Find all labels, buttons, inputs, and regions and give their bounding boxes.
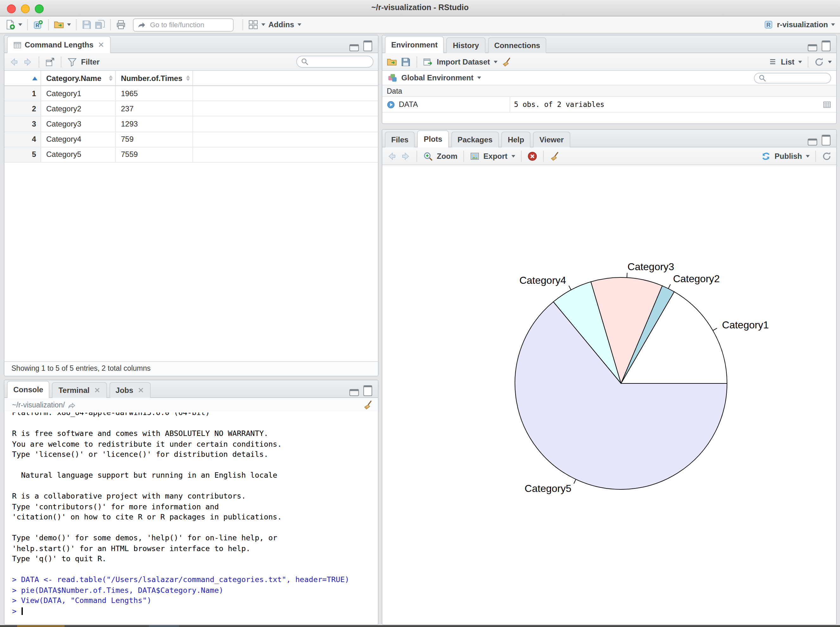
project-menu[interactable]: R r-visualization xyxy=(764,20,835,30)
save-icon[interactable] xyxy=(82,20,92,30)
tab-plots[interactable]: Plots xyxy=(417,130,449,147)
console-output[interactable]: Platform: x86_64-apple-darwin15.6.0 (64-… xyxy=(5,413,378,624)
open-file-icon[interactable] xyxy=(54,20,64,30)
export-caret[interactable] xyxy=(511,155,515,157)
tab-environment[interactable]: Environment xyxy=(385,36,444,53)
addins-menu[interactable]: Addins xyxy=(268,20,294,29)
close-icon[interactable]: ✕ xyxy=(98,42,104,48)
view-table-icon[interactable] xyxy=(823,100,831,109)
open-dir-icon[interactable] xyxy=(68,401,76,409)
goto-file-function-box[interactable] xyxy=(133,18,234,32)
maximize-pane-icon[interactable] xyxy=(363,41,372,51)
zoom-plot-icon[interactable] xyxy=(423,151,433,161)
tab-help[interactable]: Help xyxy=(501,132,531,147)
export-button[interactable]: Export xyxy=(483,151,507,161)
print-icon[interactable] xyxy=(116,20,126,30)
filter-icon[interactable] xyxy=(67,57,77,67)
refresh-plot-icon[interactable] xyxy=(822,151,832,161)
close-icon[interactable]: ✕ xyxy=(94,387,100,394)
import-dataset-icon[interactable] xyxy=(423,57,433,67)
console-output-line: Type 'contributors()' for more informati… xyxy=(12,501,378,512)
expand-object-icon[interactable] xyxy=(387,100,395,109)
save-all-icon[interactable] xyxy=(95,20,105,30)
working-dir-path: ~/r-visualization/ xyxy=(12,401,65,409)
list-view-icon[interactable] xyxy=(769,58,777,66)
environment-object-row[interactable]: DATA5 obs. of 2 variables xyxy=(382,97,836,113)
publish-caret[interactable] xyxy=(806,155,810,157)
new-file-icon[interactable] xyxy=(5,20,15,30)
close-icon[interactable]: ✕ xyxy=(138,387,144,394)
addins-caret[interactable] xyxy=(297,24,301,26)
pane-layout-icon[interactable] xyxy=(248,20,258,30)
tab-connections[interactable]: Connections xyxy=(488,37,546,53)
column-header-number-of-times[interactable]: Number.of.Times xyxy=(116,71,193,85)
show-in-new-window-icon[interactable] xyxy=(45,57,55,67)
viewer-search-box[interactable] xyxy=(296,56,373,68)
pie-label-tick xyxy=(627,273,627,277)
next-plot-icon[interactable] xyxy=(401,151,411,161)
tab-files[interactable]: Files xyxy=(385,132,415,147)
scope-caret[interactable] xyxy=(477,77,481,79)
remove-plot-icon[interactable] xyxy=(527,151,537,161)
publish-icon[interactable] xyxy=(761,151,771,161)
tab-terminal[interactable]: Terminal✕ xyxy=(52,382,107,398)
tab-jobs[interactable]: Jobs✕ xyxy=(109,382,150,398)
environment-search-input[interactable] xyxy=(769,73,827,82)
filter-button[interactable]: Filter xyxy=(81,57,100,66)
maximize-pane-icon[interactable] xyxy=(822,41,831,51)
pane-layout-caret[interactable] xyxy=(261,24,265,26)
tab-history[interactable]: History xyxy=(447,37,486,53)
console-prompt[interactable]: > xyxy=(12,606,378,616)
table-row[interactable]: 4Category4759 xyxy=(5,132,378,147)
console-output-line: Platform: x86_64-apple-darwin15.6.0 (64-… xyxy=(12,413,378,418)
new-file-dropdown-caret[interactable] xyxy=(18,24,22,26)
refresh-icon[interactable] xyxy=(814,57,824,67)
save-workspace-icon[interactable] xyxy=(401,57,411,67)
clear-all-plots-icon[interactable] xyxy=(549,151,559,161)
export-plot-icon[interactable] xyxy=(469,151,480,161)
table-row[interactable]: 1Category11965 xyxy=(5,86,378,101)
list-view-caret[interactable] xyxy=(798,60,802,63)
import-dataset-caret[interactable] xyxy=(494,60,497,63)
column-header-category-name[interactable]: Category.Name xyxy=(41,71,116,85)
rstudio-window: ~/r-visualization - RStudio R Addins R r… xyxy=(0,0,840,627)
new-project-icon[interactable]: R xyxy=(33,20,43,30)
maximize-pane-icon[interactable] xyxy=(822,135,831,145)
console-output-line xyxy=(12,522,378,533)
list-view-button[interactable]: List xyxy=(781,57,794,66)
minimize-pane-icon[interactable] xyxy=(349,389,359,396)
tab-command-lengths[interactable]: Command Lengths ✕ xyxy=(7,36,111,53)
row-number-header[interactable] xyxy=(5,71,41,85)
number-of-times-cell: 1293 xyxy=(116,117,193,131)
minimize-pane-icon[interactable] xyxy=(808,44,817,51)
category-name-cell: Category4 xyxy=(41,132,116,147)
table-row[interactable]: 2Category2237 xyxy=(5,101,378,117)
refresh-caret[interactable] xyxy=(828,60,832,63)
console-command-line: > pie(DATA$Number.of.Times, DATA$Categor… xyxy=(12,585,378,595)
grid-header-row: Category.Name Number.of.Times xyxy=(5,71,378,86)
tab-console[interactable]: Console xyxy=(7,381,50,398)
load-workspace-icon[interactable] xyxy=(387,57,397,67)
environment-search-box[interactable] xyxy=(754,72,831,83)
zoom-button[interactable]: Zoom xyxy=(437,151,457,161)
table-row[interactable]: 5Category57559 xyxy=(5,147,378,162)
goto-file-function-input[interactable] xyxy=(149,20,241,29)
tab-packages[interactable]: Packages xyxy=(451,132,499,147)
import-dataset-button[interactable]: Import Dataset xyxy=(437,57,490,66)
clear-console-icon[interactable] xyxy=(363,400,373,410)
environment-scope-selector[interactable]: Global Environment xyxy=(401,73,474,82)
minimize-pane-icon[interactable] xyxy=(349,44,359,51)
clear-environment-icon[interactable] xyxy=(501,57,512,67)
open-recent-caret[interactable] xyxy=(67,24,71,26)
back-icon[interactable] xyxy=(9,57,19,67)
pie-label-tick xyxy=(574,479,576,484)
forward-icon[interactable] xyxy=(23,57,33,67)
publish-button[interactable]: Publish xyxy=(774,151,802,161)
minimize-pane-icon[interactable] xyxy=(808,139,817,145)
table-row[interactable]: 3Category31293 xyxy=(5,117,378,132)
environment-tabbar: EnvironmentHistoryConnections xyxy=(382,35,836,53)
viewer-search-input[interactable] xyxy=(311,57,369,66)
maximize-pane-icon[interactable] xyxy=(363,385,372,396)
previous-plot-icon[interactable] xyxy=(387,151,397,161)
tab-viewer[interactable]: Viewer xyxy=(533,132,570,147)
